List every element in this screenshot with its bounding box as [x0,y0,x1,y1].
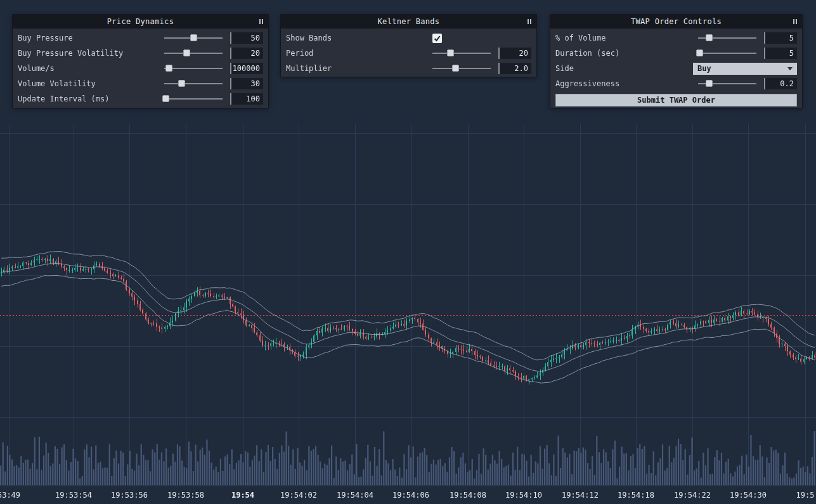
volume-volatility-value[interactable]: 30 [230,78,263,89]
panel-header: TWAP Order Controls [550,15,802,29]
slider-handle[interactable] [452,65,459,72]
percent-of-volume-slider[interactable] [698,34,756,42]
duration-value[interactable]: 5 [764,48,797,59]
side-select[interactable]: Buy [693,63,797,75]
slider-track [432,53,491,54]
slider-handle[interactable] [447,49,454,56]
update-interval-value[interactable]: 100 [230,93,263,105]
duration-slider[interactable] [698,49,756,57]
twap-order-controls-panel: TWAP Order Controls % of Volume 5 Durati… [550,15,802,108]
period-slider[interactable] [432,49,491,57]
slider-track [164,98,223,100]
select-label: Side [555,64,693,73]
slider-label: % of Volume [555,34,698,42]
buy-pressure-slider[interactable] [164,34,223,42]
control-row: Duration (sec) 5 [550,46,802,61]
panel-title: TWAP Order Controls [631,17,722,26]
buy-pressure-volatility-slider[interactable] [164,49,223,57]
trading-dashboard: 53:4919:53:5419:53:5619:53:5819:5419:54:… [0,0,816,504]
slider-label: Period [286,49,432,58]
panel-body: Buy Pressure 50 Buy Pressure Volatility … [13,29,268,107]
price-dynamics-panel: Price Dynamics Buy Pressure 50 Buy Press… [13,15,268,108]
buy-pressure-volatility-value[interactable]: 20 [230,48,263,59]
panel-body: Show Bands Period 20 Multip [281,29,536,76]
control-row: Volume Volatility 30 [13,76,268,91]
slider-label: Volume/s [18,64,164,73]
volume-per-sec-value[interactable]: 100000 [230,63,263,74]
control-row: % of Volume 5 [550,30,802,46]
submit-twap-button[interactable]: Submit TWAP Order [555,94,797,107]
update-interval-slider[interactable] [164,95,223,103]
slider-label: Multiplier [286,64,432,73]
slider-handle[interactable] [706,34,713,41]
slider-label: Buy Pressure Volatility [18,49,164,58]
panel-body: % of Volume 5 Duration (sec) 5 Side Buy [550,29,802,107]
slider-handle[interactable] [706,80,713,87]
multiplier-value[interactable]: 2.0 [498,63,531,74]
slider-label: Duration (sec) [555,49,698,58]
slider-track [164,83,223,84]
aggressiveness-value[interactable]: 0.2 [764,78,797,89]
keltner-bands-panel: Keltner Bands Show Bands Period [281,15,536,77]
checkbox-column [432,34,531,43]
slider-label: Update Interval (ms) [18,94,164,103]
control-row: Volume/s 100000 [13,61,268,76]
multiplier-slider[interactable] [432,65,491,72]
control-row: Multiplier 2.0 [281,61,536,76]
slider-label: Aggressiveness [555,79,698,88]
slider-label: Volume Volatility [18,79,164,88]
check-icon [434,35,441,42]
panel-title: Price Dynamics [107,17,174,26]
checkbox-label: Show Bands [286,34,432,42]
pause-icon[interactable] [528,19,531,24]
aggressiveness-slider[interactable] [698,80,756,87]
control-row: Buy Pressure Volatility 20 [13,46,268,61]
slider-track [698,53,756,54]
slider-handle[interactable] [162,95,169,102]
control-row: Buy Pressure 50 [13,30,268,46]
pause-icon[interactable] [259,19,263,24]
show-bands-checkbox[interactable] [432,34,442,43]
side-select-value: Buy [697,64,711,73]
slider-handle[interactable] [183,49,190,56]
period-value[interactable]: 20 [498,48,531,59]
control-row: Aggressiveness 0.2 [550,76,802,91]
panel-header: Keltner Bands [281,15,536,29]
control-row: Period 20 [281,46,536,61]
slider-track [164,53,223,54]
slider-track [432,68,491,69]
slider-handle[interactable] [696,49,703,56]
control-row: Update Interval (ms) 100 [13,91,268,107]
control-row: Side Buy [550,61,802,76]
panel-header: Price Dynamics [13,15,268,29]
slider-handle[interactable] [165,65,172,72]
slider-handle[interactable] [190,34,197,41]
control-row: Show Bands [281,30,536,46]
buy-pressure-value[interactable]: 50 [230,32,263,44]
slider-handle[interactable] [178,80,185,87]
percent-of-volume-value[interactable]: 5 [764,32,797,44]
pause-icon[interactable] [793,19,797,24]
panel-title: Keltner Bands [378,17,440,26]
chevron-down-icon [787,67,793,70]
volume-per-sec-slider[interactable] [164,65,223,72]
volume-volatility-slider[interactable] [164,80,223,87]
slider-track [164,68,223,69]
slider-label: Buy Pressure [18,34,164,42]
